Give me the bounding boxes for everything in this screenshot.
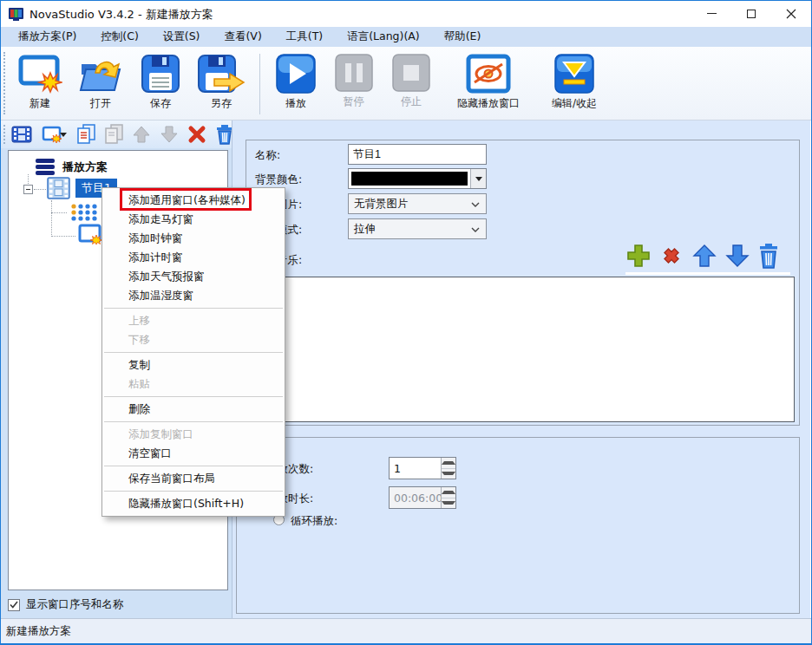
menu-play-plan[interactable]: 播放方案(P) — [6, 27, 88, 47]
menu-clear-windows[interactable]: 清空窗口 — [102, 444, 285, 463]
bg-color-combo[interactable] — [348, 168, 487, 189]
media-action-bar — [625, 243, 780, 269]
tree-expand-toggle[interactable] — [23, 185, 33, 194]
bg-image-combo[interactable]: 无背景图片 — [348, 193, 487, 214]
menu-language[interactable]: 语言(Lang)(A) — [335, 27, 432, 47]
menu-separator — [104, 491, 283, 492]
menu-add-marquee-window[interactable]: 添加走马灯窗 — [102, 210, 285, 229]
stretch-mode-value: 拉伸 — [354, 222, 376, 237]
menu-move-up: 上移 — [102, 311, 285, 330]
add-window-dropdown-icon[interactable] — [60, 133, 67, 137]
menu-separator — [104, 421, 283, 422]
spin-down-icon[interactable] — [442, 468, 455, 479]
copy-icon — [75, 124, 96, 145]
save-icon — [141, 54, 180, 94]
play-button[interactable]: 播放 — [267, 50, 324, 111]
menu-hide-play-window[interactable]: 隐藏播放窗口(Shift+H) — [102, 494, 285, 513]
menu-tools[interactable]: 工具(T) — [274, 27, 335, 47]
clear-media-button[interactable] — [757, 243, 780, 269]
open-button[interactable]: 打开 — [70, 50, 131, 111]
hide-play-window-button[interactable]: 隐藏播放窗口 — [440, 50, 537, 111]
bg-image-value: 无背景图片 — [354, 197, 409, 212]
stop-button: 停止 — [383, 50, 440, 109]
menu-move-down: 下移 — [102, 330, 285, 349]
menu-add-timer-window[interactable]: 添加计时窗 — [102, 248, 285, 267]
maximize-icon — [747, 10, 756, 18]
menu-help[interactable]: 帮助(E) — [432, 27, 494, 47]
move-media-up-button[interactable] — [691, 243, 717, 269]
stretch-mode-combo[interactable]: 拉伸 — [348, 218, 487, 239]
paste-button — [103, 124, 124, 145]
dropdown-arrow-icon — [475, 177, 482, 181]
menu-separator — [104, 352, 283, 353]
bg-music-list[interactable] — [252, 277, 795, 422]
edit-collapse-button[interactable]: 编辑/收起 — [537, 50, 612, 111]
pause-button: 暂停 — [324, 50, 383, 109]
show-window-labels-option[interactable]: 显示窗口序号和名称 — [8, 597, 124, 612]
play-mode-group: 播放次数: 1 播放时长: 00:06:00 循环播放: — [236, 437, 800, 614]
menu-delete[interactable]: 删除 — [102, 400, 285, 419]
bg-color-dropdown-button[interactable] — [470, 169, 486, 188]
spin-up-icon[interactable] — [442, 458, 455, 468]
minimize-button[interactable] — [691, 1, 731, 26]
menu-settings[interactable]: 设置(S) — [151, 27, 213, 47]
close-icon — [786, 9, 796, 19]
program-film-icon — [47, 177, 70, 199]
menu-add-weather-window[interactable]: 添加天气预报窗 — [102, 267, 285, 286]
tree-context-menu: 添加通用窗口(各种媒体) 添加走马灯窗 添加时钟窗 添加计时窗 添加天气预报窗 … — [102, 187, 285, 517]
tree-connector — [51, 200, 52, 237]
pixel-grid-icon — [69, 203, 101, 222]
bg-color-label: 背景颜色: — [255, 173, 302, 187]
new-file-icon — [17, 54, 62, 94]
move-down-button — [159, 124, 180, 145]
new-button[interactable]: 新建 — [10, 50, 70, 111]
move-media-down-button[interactable] — [724, 243, 750, 269]
menu-add-copied-window: 添加复制窗口 — [102, 425, 285, 444]
save-button[interactable]: 保存 — [131, 50, 190, 111]
media-action-underline — [625, 272, 790, 275]
bg-color-swatch — [351, 172, 468, 186]
add-media-button[interactable] — [625, 243, 652, 269]
close-button[interactable] — [771, 1, 811, 26]
tree-window-node-general[interactable] — [78, 224, 102, 248]
remove-media-button[interactable] — [658, 243, 684, 269]
loop-play-label: 循环播放: — [291, 514, 337, 529]
edit-toolbar — [1, 121, 232, 148]
window-star-icon — [78, 224, 102, 244]
window-title: NovaStudio V3.4.2 - 新建播放方案 — [29, 7, 213, 23]
spinner-buttons[interactable] — [441, 458, 455, 479]
tree-root-label: 播放方案 — [62, 160, 108, 175]
menu-copy[interactable]: 复制 — [102, 355, 285, 375]
copy-button[interactable] — [75, 124, 96, 145]
program-film-icon — [11, 125, 32, 144]
add-window-button[interactable] — [39, 124, 69, 145]
menu-add-clock-window[interactable]: 添加时钟窗 — [102, 229, 285, 248]
main-toolbar: 新建 打开 保存 — [1, 47, 811, 121]
play-times-spinner[interactable]: 1 — [389, 457, 456, 479]
menu-add-humiture-window[interactable]: 添加温湿度窗 — [102, 286, 285, 305]
open-folder-icon — [78, 54, 123, 94]
app-logo-icon — [9, 7, 23, 21]
show-window-labels-checkbox[interactable] — [8, 599, 20, 611]
menu-save-window-layout[interactable]: 保存当前窗口布局 — [102, 469, 285, 488]
program-film-button[interactable] — [11, 124, 32, 145]
move-down-icon — [160, 125, 179, 144]
name-input[interactable] — [348, 144, 487, 165]
menu-view[interactable]: 查看(V) — [212, 27, 273, 47]
save-as-button[interactable]: 另存 — [190, 50, 252, 111]
delete-button[interactable] — [187, 124, 207, 145]
tree-root-node[interactable]: 播放方案 — [35, 158, 108, 176]
paste-icon — [103, 124, 124, 145]
stop-icon — [392, 54, 430, 92]
show-window-labels-label: 显示窗口序号和名称 — [26, 597, 124, 612]
tree-window-node-pixels[interactable] — [69, 203, 101, 225]
chevron-down-icon — [471, 202, 480, 207]
play-duration-value: 00:06:00 — [394, 492, 442, 505]
maximize-button[interactable] — [731, 1, 771, 26]
toolbar-grip[interactable] — [3, 52, 6, 114]
edit-toolbar-grip[interactable] — [3, 125, 6, 144]
spin-up-icon — [442, 487, 455, 498]
check-icon — [10, 601, 18, 609]
menu-control[interactable]: 控制(C) — [88, 27, 150, 47]
play-icon — [276, 54, 316, 94]
